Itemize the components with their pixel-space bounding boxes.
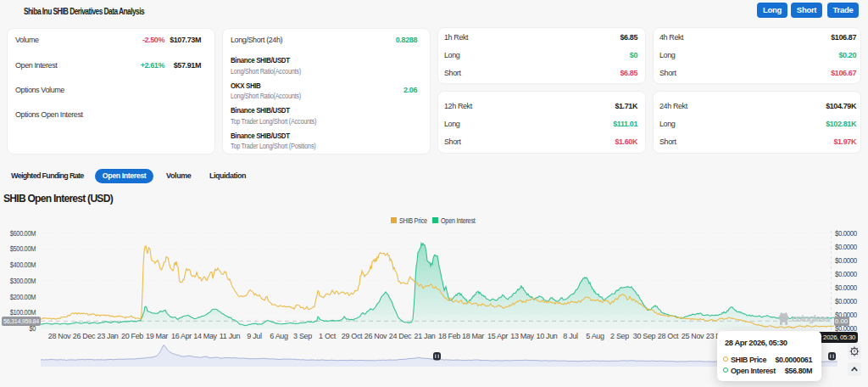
- svg-text:coinglass: coinglass: [792, 313, 830, 323]
